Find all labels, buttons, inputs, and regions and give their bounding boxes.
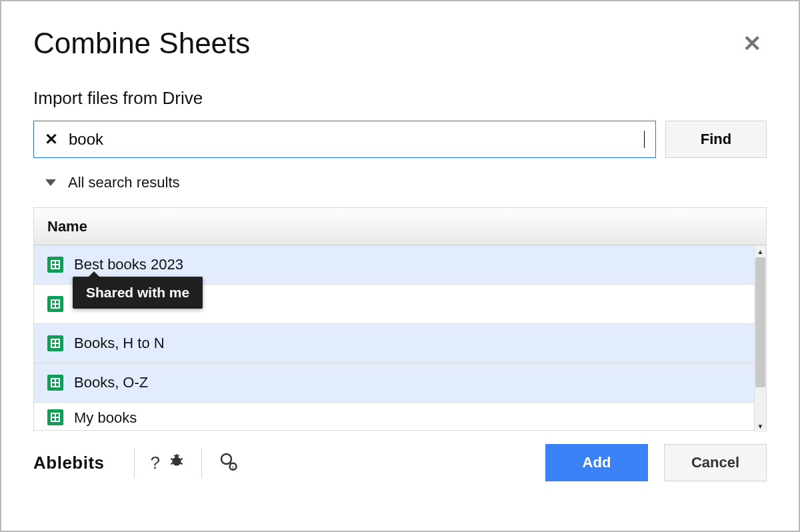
svg-point-0 [173,457,181,465]
add-button[interactable]: Add [545,444,648,481]
table-row[interactable]: My books [34,403,766,431]
brand-logo: Ablebits [33,453,122,473]
import-subtitle: Import files from Drive [33,88,767,109]
combine-sheets-dialog: Combine Sheets ✕ Import files from Drive… [0,0,800,532]
clear-search-icon[interactable]: ✕ [45,130,58,149]
svg-line-2 [171,458,173,459]
column-header-name[interactable]: Name [34,208,766,245]
bug-icon[interactable] [164,452,189,474]
results-body: Best books 2023 Books, H to N Books, O-Z… [34,245,766,432]
spreadsheet-icon [47,257,63,273]
table-row[interactable]: Books, H to N [34,324,766,363]
table-row[interactable]: Books, O-Z [34,363,766,403]
help-icon[interactable]: ? [147,453,164,473]
svg-line-3 [180,458,182,459]
shared-with-me-tooltip: Shared with me [73,277,203,309]
footer-actions: Add Cancel [545,444,767,481]
footer: Ablebits ? [33,444,767,481]
titlebar: Combine Sheets ✕ [33,27,767,60]
text-caret [644,131,645,148]
search-row: ✕ Find [33,121,767,158]
file-name: My books [74,409,137,427]
dialog-title: Combine Sheets [33,27,250,60]
spreadsheet-icon [47,409,63,425]
scrollbar[interactable]: ▲ ▼ [754,245,766,432]
filter-row[interactable]: All search results [33,174,767,191]
results-table: Name Best books 2023 Books, H to N Books… [33,207,767,432]
search-input[interactable] [69,130,645,149]
divider [201,448,202,477]
divider [134,448,135,477]
svg-line-7 [177,455,179,457]
spreadsheet-icon [47,335,63,351]
find-button[interactable]: Find [665,121,767,158]
scroll-track[interactable] [755,257,766,420]
file-name: Books, H to N [74,335,165,352]
spreadsheet-icon [47,296,63,312]
scroll-down-icon[interactable]: ▼ [755,420,766,432]
svg-line-4 [171,463,173,464]
search-box[interactable]: ✕ [33,121,656,158]
file-name: Books, O-Z [74,374,148,391]
cancel-button[interactable]: Cancel [664,444,767,481]
svg-line-5 [180,463,182,464]
svg-point-8 [221,454,231,464]
svg-text:i: i [233,463,234,470]
footer-left: Ablebits ? [33,448,242,477]
search-person-icon[interactable]: i [214,451,242,475]
spreadsheet-icon [47,375,63,391]
scroll-up-icon[interactable]: ▲ [755,245,766,257]
chevron-down-icon[interactable] [45,179,56,186]
close-icon[interactable]: ✕ [737,29,767,57]
svg-line-6 [175,455,176,457]
scroll-thumb[interactable] [755,257,765,387]
filter-label: All search results [68,174,180,191]
